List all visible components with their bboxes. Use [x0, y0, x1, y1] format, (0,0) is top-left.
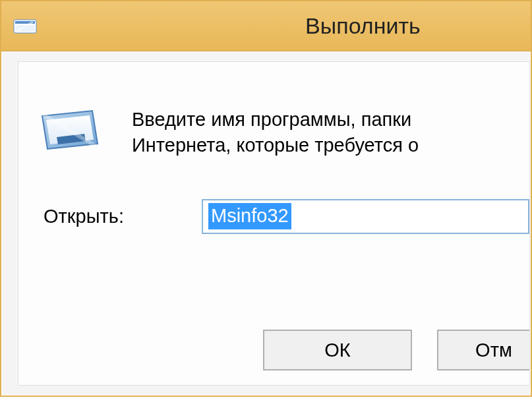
button-row: ОК Отм — [263, 330, 529, 370]
run-titlebar-icon — [12, 16, 38, 36]
window-title: Выполнить — [305, 13, 421, 39]
cancel-button[interactable]: Отм — [437, 330, 529, 370]
client-area: Введите имя программы, папки Интернета, … — [1, 51, 531, 396]
ok-button-label: ОК — [324, 339, 350, 361]
run-dialog-window: Выполнить — [0, 0, 532, 397]
cancel-button-label: Отм — [475, 339, 512, 361]
open-input-selected-text: Msinfo32 — [208, 203, 291, 229]
dialog-panel: Введите имя программы, папки Интернета, … — [18, 61, 530, 386]
open-label: Открыть: — [44, 206, 202, 227]
description-line2: Интернета, которые требуется о — [132, 132, 419, 158]
ok-button[interactable]: ОК — [263, 330, 412, 370]
run-large-icon — [34, 105, 105, 157]
description-text: Введите имя программы, папки Интернета, … — [105, 105, 419, 158]
open-combobox[interactable]: Msinfo32 — [202, 199, 529, 234]
titlebar[interactable]: Выполнить — [1, 1, 531, 51]
description-line1: Введите имя программы, папки — [132, 107, 419, 132]
